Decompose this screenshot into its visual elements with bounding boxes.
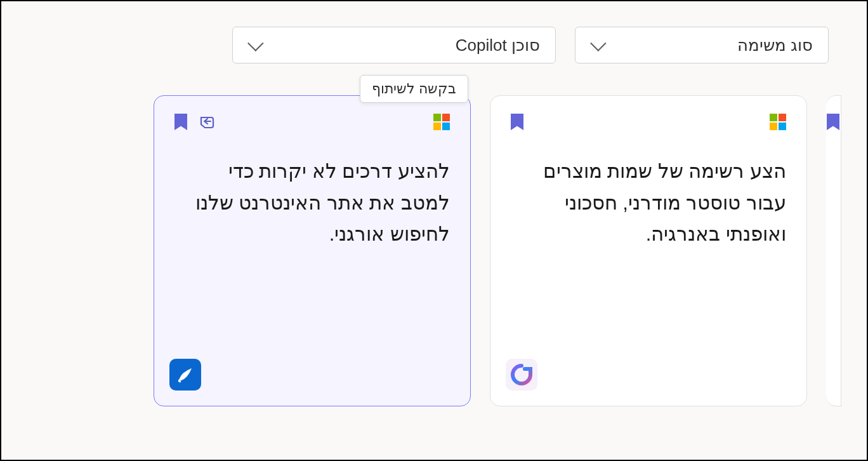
bookmark-icon bbox=[827, 114, 839, 130]
copilot-agent-dropdown[interactable]: סוכן Copilot bbox=[232, 27, 556, 63]
prompt-card-selected[interactable]: להציע דרכים לא יקרות כדי למטב את אתר האי… bbox=[154, 95, 471, 406]
prompt-card[interactable]: הצע רשימה של שמות מוצרים עבור טוסטר מודר… bbox=[490, 95, 807, 406]
prompt-card-wrapper: בקשה לשיתוף bbox=[154, 95, 471, 406]
microsoft-logo-icon bbox=[770, 114, 786, 130]
share-tooltip: בקשה לשיתוף bbox=[360, 75, 468, 103]
chevron-down-icon bbox=[247, 35, 263, 51]
prompt-card-peek[interactable] bbox=[826, 95, 841, 406]
card-list: הצע רשימה של שמות מוצרים עבור טוסטר מודר… bbox=[27, 95, 841, 406]
dropdown-label: סוכן Copilot bbox=[456, 36, 540, 55]
prompt-text: להציע דרכים לא יקרות כדי למטב את אתר האי… bbox=[174, 156, 450, 250]
paint-brush-icon bbox=[175, 364, 195, 385]
app-badge-designer[interactable] bbox=[169, 359, 201, 391]
filter-bar: סוג משימה סוכן Copilot bbox=[27, 27, 841, 63]
bookmark-icon[interactable] bbox=[174, 114, 187, 130]
loop-icon bbox=[511, 364, 532, 385]
app-badge-loop[interactable] bbox=[506, 359, 537, 391]
task-type-dropdown[interactable]: סוג משימה bbox=[575, 27, 829, 63]
prompt-text: הצע רשימה של שמות מוצרים עבור טוסטר מודר… bbox=[511, 156, 786, 250]
dropdown-label: סוג משימה bbox=[737, 36, 813, 55]
chevron-down-icon bbox=[590, 35, 606, 51]
bookmark-icon[interactable] bbox=[511, 114, 523, 130]
card-header bbox=[511, 114, 786, 130]
card-header bbox=[174, 114, 450, 130]
share-request-icon[interactable] bbox=[199, 114, 216, 130]
microsoft-logo-icon bbox=[433, 114, 450, 130]
